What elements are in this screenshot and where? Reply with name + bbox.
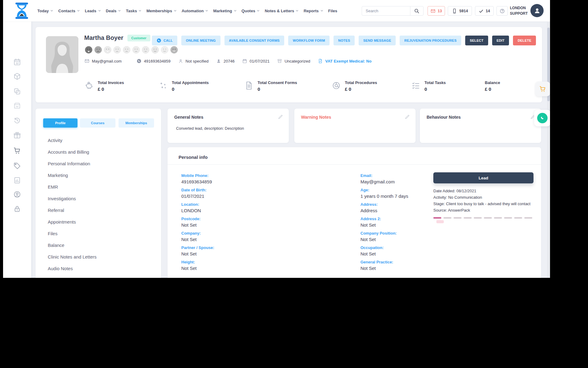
nav-item-contacts[interactable]: Contacts (58, 9, 80, 13)
mood-face-very-happy-icon[interactable] (170, 46, 178, 54)
mood-face-indifferent-icon[interactable] (132, 46, 140, 54)
lead-summary: Lead Date Added: 08/12/2021 Activity: No… (433, 172, 533, 223)
menu-item-emr[interactable]: EMR (48, 181, 96, 193)
rail-lock-icon[interactable] (13, 205, 21, 213)
lead-status-button[interactable]: Lead (433, 172, 533, 183)
stage-dash[interactable] (464, 217, 472, 219)
customer-email[interactable]: May@gmail.com (85, 59, 122, 63)
tab-memberships[interactable]: Memberships (119, 118, 154, 128)
rejuvenation-procedures-button[interactable]: REJUVENATION PROCEDURES (400, 36, 461, 45)
mood-face-neutral-icon[interactable] (113, 46, 121, 54)
menu-item-clinic-notes-and-letters[interactable]: Clinic Notes and Letters (48, 251, 96, 263)
stage-dash[interactable] (484, 217, 492, 219)
rail-product-box-icon[interactable] (13, 102, 21, 109)
field-general-practice: General Practice:Not Set (360, 259, 492, 271)
chevron-down-icon (98, 9, 101, 13)
nav-label: Marketing (213, 9, 232, 13)
menu-item-drinks[interactable]: Drinks (48, 274, 96, 278)
phone-notifications-button[interactable]: 5914 (448, 6, 472, 16)
rail-copy-icon[interactable] (13, 87, 21, 95)
delete-button[interactable]: DELETE (513, 36, 536, 45)
online-meeting-button[interactable]: ONLINE MEETING (181, 36, 221, 45)
behaviour-notes-card: Behaviour Notes (420, 109, 541, 143)
help-button[interactable] (496, 6, 508, 16)
workflow-form-button[interactable]: WORKFLOW FORM (288, 36, 330, 45)
app-logo-hourglass-icon[interactable] (13, 2, 31, 20)
person-filled-icon (216, 59, 221, 63)
mood-face-pleased-icon[interactable] (160, 46, 169, 54)
general-notes-title: General Notes (174, 115, 203, 120)
menu-item-referral[interactable]: Referral (48, 204, 96, 216)
stage-dash[interactable] (514, 217, 522, 219)
tasks-notifications-button[interactable]: 14 (475, 6, 494, 16)
mood-face-unhappy-icon[interactable] (94, 46, 102, 54)
user-menu-avatar[interactable] (530, 4, 544, 17)
menu-item-audio-notes[interactable]: Audio Notes (48, 263, 96, 274)
search-input[interactable] (362, 6, 410, 15)
floating-whatsapp-button[interactable] (534, 110, 550, 126)
select-button[interactable]: SELECT (465, 36, 488, 45)
menu-item-appointments[interactable]: Appointments (48, 216, 96, 228)
mood-face-very-unhappy-icon[interactable] (85, 46, 93, 54)
scrollbar-track[interactable] (547, 21, 550, 278)
stage-dash[interactable] (454, 217, 462, 219)
customer-phone[interactable]: 491693634859 (129, 59, 171, 63)
vat-exempt-medical[interactable]: VAT Exempt Medical: No (318, 59, 371, 63)
rail-cube-icon[interactable] (13, 72, 21, 80)
nav-item-leads[interactable]: Leads (85, 9, 101, 13)
menu-item-balance[interactable]: Balance (48, 239, 96, 251)
rail-history-icon[interactable] (13, 117, 21, 125)
nav-item-tasks[interactable]: Tasks (126, 9, 142, 13)
edit-pencil-icon[interactable] (278, 114, 283, 120)
floating-cart-button[interactable] (535, 82, 550, 96)
customer-photo (46, 36, 78, 73)
mood-face-sad-icon[interactable] (104, 46, 112, 54)
menu-item-investigations[interactable]: Investigations (48, 193, 96, 204)
nav-item-memberships[interactable]: Memberships (146, 9, 177, 13)
mail-notifications-button[interactable]: 13 (428, 6, 445, 16)
rail-calendar-12-icon[interactable] (13, 58, 21, 66)
stage-dash[interactable] (504, 217, 512, 219)
mood-face-happy-icon[interactable] (151, 46, 159, 54)
tab-label: Memberships (126, 121, 147, 125)
stage-dash[interactable] (433, 217, 441, 219)
send-message-button[interactable]: SEND MESSAGE (359, 36, 396, 45)
nav-item-deals[interactable]: Deals (106, 9, 122, 13)
menu-item-accounts-and-billing[interactable]: Accounts and Billing (48, 146, 96, 158)
stage-dash[interactable] (474, 217, 482, 219)
nav-item-reports[interactable]: Reports (303, 9, 323, 13)
nav-item-automation[interactable]: Automation (182, 9, 209, 13)
mood-face-slightly-happy-icon[interactable] (141, 46, 150, 54)
call-button[interactable]: CALL (152, 36, 177, 45)
global-search (362, 6, 424, 16)
menu-item-marketing[interactable]: Marketing (48, 169, 96, 181)
rail-cart-icon[interactable] (13, 147, 21, 155)
nav-item-quotes[interactable]: Quotes (242, 9, 260, 13)
nav-item-notes-letters[interactable]: Notes & Letters (265, 9, 299, 13)
edit-pencil-icon[interactable] (405, 114, 410, 120)
available-consent-forms-button[interactable]: AVAILABLE CONSENT FORMS (224, 36, 285, 45)
nav-item-today[interactable]: Today (37, 9, 54, 13)
menu-item-files[interactable]: Files (48, 228, 96, 239)
menu-item-personal-information[interactable]: Personal Information (48, 158, 96, 169)
search-button[interactable] (410, 6, 423, 15)
rail-account-circle-icon[interactable] (13, 190, 21, 198)
stage-dash[interactable] (443, 217, 451, 219)
nav-item-files[interactable]: Files (328, 9, 337, 13)
rail-report-chart-icon[interactable] (13, 176, 21, 184)
tab-courses[interactable]: Courses (80, 118, 115, 128)
tab-profile[interactable]: Profile (43, 118, 77, 128)
stage-dash[interactable] (524, 217, 532, 219)
document-icon (244, 81, 254, 90)
donut-chart-icon (332, 81, 341, 90)
rail-price-tag-icon[interactable] (13, 162, 21, 170)
stage-dash[interactable] (494, 217, 502, 219)
app-window: Today Contacts Leads Deals Tasks Members… (3, 0, 550, 278)
edit-button[interactable]: EDIT (492, 36, 509, 45)
mood-face-slightly-sad-icon[interactable] (123, 46, 131, 54)
nav-item-marketing[interactable]: Marketing (213, 9, 237, 13)
customer-category[interactable]: Uncategorized (277, 59, 310, 63)
menu-item-activity[interactable]: Activity (48, 134, 96, 146)
rail-gift-icon[interactable] (13, 131, 21, 139)
notes-button[interactable]: NOTES (334, 36, 355, 45)
